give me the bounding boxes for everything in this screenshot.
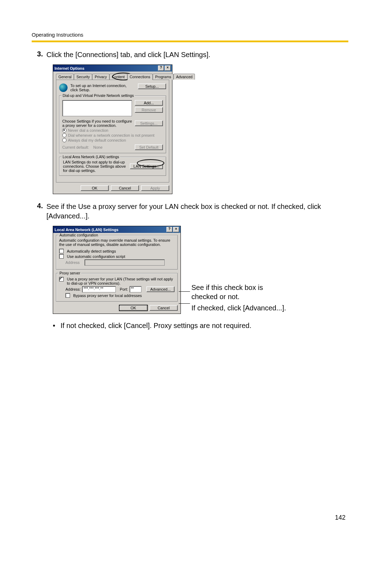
use-proxy-checkbox[interactable] xyxy=(59,277,64,281)
titlebar: Internet Options ? × xyxy=(53,65,172,72)
proxy-legend: Proxy server xyxy=(58,271,81,275)
tab-security[interactable]: Security xyxy=(74,74,92,80)
callout-leader-2 xyxy=(179,303,190,304)
use-proxy-label: Use a proxy server for your LAN (These s… xyxy=(67,277,175,285)
tab-general[interactable]: General xyxy=(56,74,74,80)
remove-button[interactable]: Remove xyxy=(135,107,163,113)
choose-settings-text: Choose Settings if you need to configure… xyxy=(62,119,135,128)
radio-whenever[interactable] xyxy=(62,133,66,137)
dialog-title: Internet Options xyxy=(55,66,84,70)
cancel-button[interactable]: Cancel xyxy=(150,305,178,311)
callout-2: If checked, click [Advanced...]. xyxy=(191,303,286,312)
close-button[interactable]: × xyxy=(173,227,179,232)
callout-1: See if this check box is checked or not. xyxy=(191,283,286,301)
help-button[interactable]: ? xyxy=(158,66,164,71)
callout-leader-1 xyxy=(179,291,190,292)
tab-programs[interactable]: Programs xyxy=(153,74,174,80)
proxy-address-input[interactable]: ***.***.***.** xyxy=(82,286,115,292)
step-3: 3. Click the [Connections] tab, and clic… xyxy=(32,50,348,60)
page-number: 142 xyxy=(335,514,346,521)
tab-privacy[interactable]: Privacy xyxy=(92,74,109,80)
bypass-checkbox[interactable] xyxy=(65,293,70,298)
step-number: 4. xyxy=(32,202,46,221)
auto-config-legend: Automatic configuration xyxy=(58,233,99,237)
close-button[interactable]: × xyxy=(165,66,171,71)
internet-options-dialog: Internet Options ? × General Security Pr… xyxy=(53,64,172,194)
set-default-button[interactable]: Set Default xyxy=(135,144,163,150)
tab-advanced[interactable]: Advanced xyxy=(173,74,195,80)
cancel-button[interactable]: Cancel xyxy=(111,185,139,191)
lan-settings-button[interactable]: LAN Settings... xyxy=(130,163,163,169)
dialup-legend: Dial-up and Virtual Private Network sett… xyxy=(62,93,135,98)
radio-whenever-label: Dial whenever a network connection is no… xyxy=(68,133,154,137)
bypass-label: Bypass proxy server for local addresses xyxy=(73,293,142,298)
step-number: 3. xyxy=(32,50,46,60)
header-rule xyxy=(32,41,348,42)
connections-listbox[interactable] xyxy=(62,100,132,116)
use-script-label: Use automatic configuration script xyxy=(67,254,125,259)
proxy-port-label: Port: xyxy=(120,287,128,291)
lan-legend: Local Area Network (LAN) settings xyxy=(62,155,120,159)
script-address-label: Address xyxy=(65,260,83,265)
bullet-text: If not checked, click [Cancel]. Proxy se… xyxy=(61,322,251,330)
step-text: Click the [Connections] tab, and click [… xyxy=(46,50,210,60)
advanced-button[interactable]: Advanced... xyxy=(146,286,175,292)
tab-strip: General Security Privacy Content Connect… xyxy=(56,74,169,80)
apply-button[interactable]: Apply xyxy=(141,185,169,191)
auto-detect-checkbox[interactable] xyxy=(59,249,64,253)
setup-text: To set up an Internet connection, click … xyxy=(70,83,135,92)
bullet-icon: • xyxy=(53,322,61,330)
ok-button[interactable]: OK xyxy=(81,185,109,191)
setup-button[interactable]: Setup... xyxy=(138,83,166,89)
script-address-input[interactable] xyxy=(84,259,165,266)
proxy-port-input[interactable]: ** xyxy=(129,286,141,292)
bullet-note: • If not checked, click [Cancel]. Proxy … xyxy=(53,322,348,330)
proxy-address-label: Address: xyxy=(65,287,81,291)
tab-content[interactable]: Content xyxy=(109,74,127,80)
auto-detect-label: Automatically detect settings xyxy=(67,249,116,253)
globe-icon xyxy=(59,83,68,92)
lan-settings-dialog: Local Area Network (LAN) Settings ? × Au… xyxy=(53,226,181,314)
settings-button[interactable]: Settings... xyxy=(135,120,163,126)
radio-always-label: Always dial my default connection xyxy=(68,138,126,142)
header-section: Operating Instructions xyxy=(32,32,348,38)
radio-never-label: Never dial a connection xyxy=(68,128,108,132)
use-script-checkbox[interactable] xyxy=(59,254,64,259)
radio-never[interactable] xyxy=(62,128,66,132)
auto-config-desc: Automatic configuration may override man… xyxy=(59,238,175,247)
current-default-label: Current default: xyxy=(62,145,89,149)
current-default-value: None xyxy=(93,145,102,149)
tab-connections[interactable]: Connections xyxy=(127,74,153,80)
step-text: See if the Use a proxy server for your L… xyxy=(46,202,348,221)
radio-always[interactable] xyxy=(62,138,66,142)
dialog-title: Local Area Network (LAN) Settings xyxy=(55,228,119,232)
lan-text: LAN Settings do not apply to dial-up con… xyxy=(63,160,130,173)
step-4: 4. See if the Use a proxy server for you… xyxy=(32,202,348,221)
titlebar: Local Area Network (LAN) Settings ? × xyxy=(53,226,180,233)
help-button[interactable]: ? xyxy=(166,227,172,232)
add-button[interactable]: Add... xyxy=(135,100,163,106)
ok-button[interactable]: OK xyxy=(119,305,147,311)
